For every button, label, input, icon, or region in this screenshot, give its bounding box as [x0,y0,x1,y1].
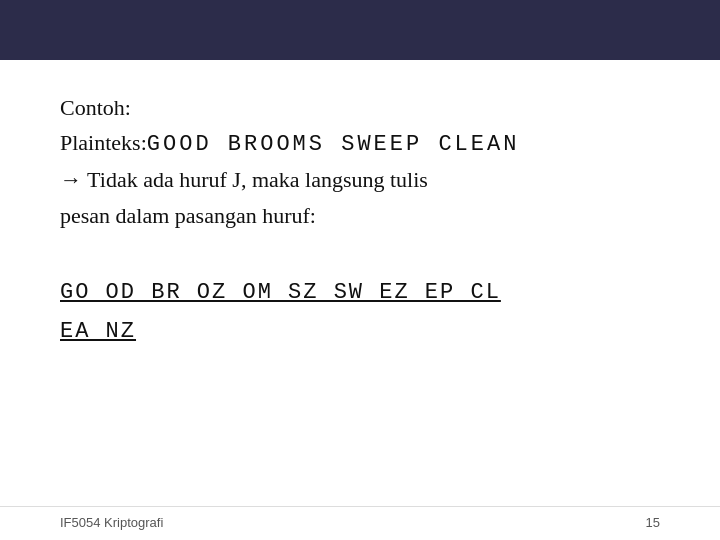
intro-block: Contoh: Plainteks: GOOD BROOMS SWEEP CLE… [60,90,660,233]
course-code: IF5054 Kriptografi [60,515,163,530]
slide: Contoh: Plainteks: GOOD BROOMS SWEEP CLE… [0,0,720,540]
plainteks-row: Plainteks: GOOD BROOMS SWEEP CLEAN [60,125,660,162]
pesan-line: pesan dalam pasangan huruf: [60,198,660,233]
arrow-line: → Tidak ada huruf J, maka langsung tulis [60,162,660,197]
plainteks-label: Plainteks: [60,125,147,160]
pairs-section: GO OD BR OZ OM SZ SW EZ EP CL EA NZ [60,273,660,352]
top-bar [0,0,720,60]
pairs-line-2: EA NZ [60,312,660,352]
pairs-line-1: GO OD BR OZ OM SZ SW EZ EP CL [60,273,660,313]
contoh-label: Contoh: [60,90,660,125]
page-number: 15 [646,515,660,530]
content-area: Contoh: Plainteks: GOOD BROOMS SWEEP CLE… [0,60,720,506]
plainteks-value: GOOD BROOMS SWEEP CLEAN [147,127,520,162]
footer: IF5054 Kriptografi 15 [0,506,720,540]
